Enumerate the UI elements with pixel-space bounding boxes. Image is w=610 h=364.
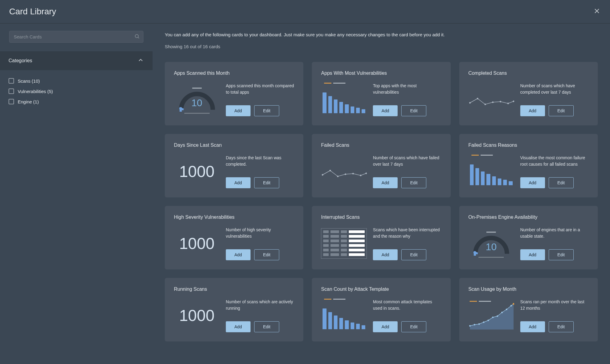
add-button[interactable]: Add xyxy=(520,177,545,188)
add-button[interactable]: Add xyxy=(373,249,398,260)
checkbox-icon[interactable] xyxy=(9,99,14,104)
card-description: Number of scans which are actively runni… xyxy=(226,299,294,312)
svg-point-28 xyxy=(492,317,493,318)
card: Apps Scanned this Month10Apps scanned th… xyxy=(165,62,303,125)
card-title: On-Premises Engine Availability xyxy=(468,214,589,220)
categories-header[interactable]: Categories xyxy=(0,51,153,70)
card-title: Days Since Last Scan xyxy=(174,142,294,148)
add-button[interactable]: Add xyxy=(226,105,251,116)
card-description: Number of high severity vulnerabilities xyxy=(226,227,294,240)
card-title: Scan Usage by Month xyxy=(468,287,589,292)
add-button[interactable]: Add xyxy=(226,321,251,332)
svg-point-13 xyxy=(337,176,339,177)
edit-button[interactable]: Edit xyxy=(254,177,279,188)
area-chart-preview xyxy=(468,299,514,332)
categories-label: Categories xyxy=(9,58,32,63)
card-description: Top apps with the most vulnerabilities xyxy=(373,83,441,96)
card-title: Scan Count by Attack Template xyxy=(321,287,441,292)
edit-button[interactable]: Edit xyxy=(254,249,279,260)
card: Scan Count by Attack TemplateMost common… xyxy=(312,278,450,341)
add-button[interactable]: Add xyxy=(373,105,398,116)
modal-header: Card Library xyxy=(0,0,610,23)
instruction-text: You can add any of the following cards t… xyxy=(165,32,598,37)
edit-button[interactable]: Edit xyxy=(549,177,574,188)
edit-button[interactable]: Edit xyxy=(401,105,426,116)
svg-point-10 xyxy=(513,101,514,102)
category-label: Vulnerabilities (5) xyxy=(18,89,53,94)
categories-list: Scans (10) Vulnerabilities (5) Engine (1… xyxy=(0,70,153,112)
svg-point-11 xyxy=(322,174,323,176)
card: Completed ScansNumber of scans which hav… xyxy=(459,62,598,125)
svg-point-6 xyxy=(484,104,486,105)
card-description: Number of engines that are in a usable s… xyxy=(520,227,589,240)
result-count: Showing 16 out of 16 cards xyxy=(165,44,598,49)
card-title: Failed Scans Reasons xyxy=(468,142,589,148)
edit-button[interactable]: Edit xyxy=(549,321,574,332)
close-icon[interactable] xyxy=(593,7,601,16)
line-chart-preview xyxy=(321,155,367,188)
main-content: You can add any of the following cards t… xyxy=(153,23,610,364)
edit-button[interactable]: Edit xyxy=(549,105,574,116)
edit-button[interactable]: Edit xyxy=(401,321,426,332)
category-item-engine[interactable]: Engine (1) xyxy=(9,96,144,107)
bar-chart-preview xyxy=(468,155,514,188)
svg-point-5 xyxy=(477,98,478,99)
bar-chart-preview xyxy=(321,83,367,116)
card-description: Apps scanned this month compared to tota… xyxy=(226,83,294,96)
svg-rect-22 xyxy=(479,301,491,302)
checkbox-icon[interactable] xyxy=(9,88,14,94)
svg-point-7 xyxy=(492,102,493,103)
checkbox-icon[interactable] xyxy=(9,78,14,84)
card-description: Visualise the most common failure root c… xyxy=(520,155,589,168)
svg-point-14 xyxy=(345,174,346,175)
svg-rect-3 xyxy=(184,113,210,114)
number-preview: 1000 xyxy=(174,155,220,188)
card-grid: Apps Scanned this Month10Apps scanned th… xyxy=(165,62,598,341)
svg-point-8 xyxy=(500,101,501,103)
svg-rect-18 xyxy=(486,232,496,233)
add-button[interactable]: Add xyxy=(520,321,545,332)
card-title: Interrupted Scans xyxy=(321,214,441,220)
category-item-scans[interactable]: Scans (10) xyxy=(9,76,144,86)
card-title: Apps Scanned this Month xyxy=(174,70,294,76)
edit-button[interactable]: Edit xyxy=(254,105,279,116)
category-item-vulnerabilities[interactable]: Vulnerabilities (5) xyxy=(9,86,144,96)
card-title: Running Scans xyxy=(174,287,294,292)
category-label: Scans (10) xyxy=(18,78,40,84)
edit-button[interactable]: Edit xyxy=(401,177,426,188)
card: Scan Usage by MonthScans ran per month o… xyxy=(459,278,598,341)
add-button[interactable]: Add xyxy=(520,249,545,260)
svg-point-17 xyxy=(366,173,367,174)
svg-point-15 xyxy=(352,173,354,175)
card-title: Apps With Most Vulnerabilities xyxy=(321,70,441,76)
edit-button[interactable]: Edit xyxy=(254,321,279,332)
card: Failed Scans ReasonsVisualise the most c… xyxy=(459,134,598,197)
svg-rect-2 xyxy=(179,107,182,112)
card: Days Since Last Scan1000Days since the l… xyxy=(165,134,303,197)
add-button[interactable]: Add xyxy=(226,177,251,188)
add-button[interactable]: Add xyxy=(373,321,398,332)
modal-title: Card Library xyxy=(9,7,56,16)
add-button[interactable]: Add xyxy=(226,249,251,260)
card-description: Days since the last Scan was completed. xyxy=(226,155,294,168)
category-label: Engine (1) xyxy=(18,99,39,104)
card-description: Number of scans which have failed over l… xyxy=(373,155,441,168)
card-title: Completed Scans xyxy=(468,70,589,76)
number-preview: 1000 xyxy=(174,227,220,260)
add-button[interactable]: Add xyxy=(373,177,398,188)
gauge-preview: 10 xyxy=(174,83,220,116)
svg-point-27 xyxy=(487,320,489,321)
card-description: Most common attack templates used in sca… xyxy=(373,299,441,312)
svg-point-23 xyxy=(469,325,471,327)
gauge-value: 10 xyxy=(486,241,497,253)
edit-button[interactable]: Edit xyxy=(401,249,426,260)
search-input[interactable] xyxy=(9,31,143,43)
card-title: High Severity Vulnerabilities xyxy=(174,214,294,220)
svg-rect-20 xyxy=(478,257,504,258)
edit-button[interactable]: Edit xyxy=(549,249,574,260)
card: Apps With Most VulnerabilitiesTop apps w… xyxy=(312,62,450,125)
add-button[interactable]: Add xyxy=(520,105,545,116)
gauge-preview: 10 xyxy=(468,227,514,260)
svg-rect-1 xyxy=(192,88,201,89)
svg-point-9 xyxy=(507,103,509,104)
